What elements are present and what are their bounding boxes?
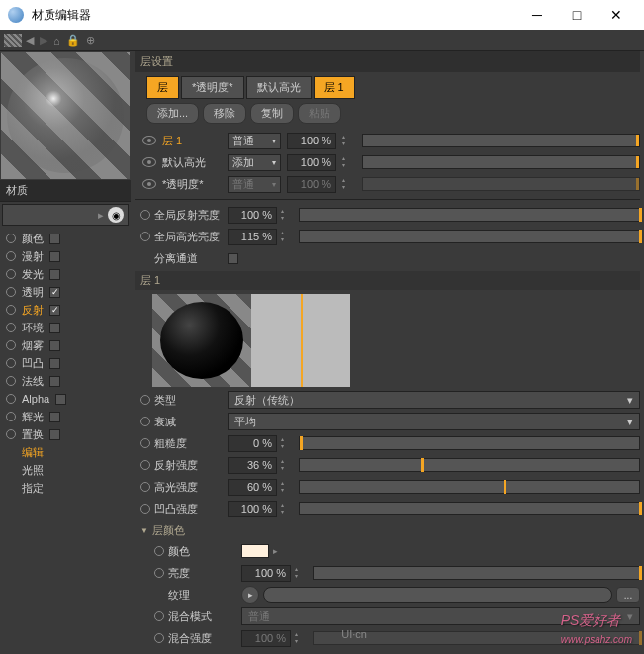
texture-field[interactable] bbox=[263, 587, 612, 603]
blend-dropdown[interactable]: 添加▾ bbox=[228, 154, 281, 171]
roughness-row: 粗糙度 0 % ▴▾ bbox=[135, 432, 640, 454]
add-button[interactable]: 添加... bbox=[146, 103, 199, 124]
param-radio[interactable] bbox=[140, 504, 150, 514]
nav-left-icon[interactable]: ◀ bbox=[26, 34, 34, 47]
channel-luminance[interactable]: 发光 bbox=[0, 265, 131, 283]
param-radio[interactable] bbox=[140, 460, 150, 470]
channel-alpha[interactable]: Alpha bbox=[0, 390, 131, 408]
color-swatch[interactable] bbox=[241, 544, 269, 558]
visibility-icon[interactable] bbox=[142, 179, 156, 189]
tab-default-specular[interactable]: 默认高光 bbox=[246, 76, 312, 99]
layer-settings-header: 层设置 bbox=[135, 51, 640, 72]
tab-transparency[interactable]: *透明度* bbox=[181, 76, 244, 99]
value-slider[interactable] bbox=[299, 480, 640, 494]
channel-color[interactable]: 颜色 bbox=[0, 230, 131, 247]
material-preview[interactable] bbox=[1, 52, 130, 179]
maximize-button[interactable]: □ bbox=[557, 0, 597, 30]
opacity-field[interactable]: 100 % bbox=[287, 154, 336, 171]
value-slider[interactable] bbox=[299, 208, 640, 222]
param-radio[interactable] bbox=[140, 232, 150, 241]
sub-assign[interactable]: 指定 bbox=[0, 479, 131, 497]
layer-row-3[interactable]: *透明度* 普通▾ 100 % ▴▾ bbox=[135, 173, 640, 195]
nav-target-icon[interactable]: ◉ bbox=[108, 207, 124, 223]
param-radio[interactable] bbox=[140, 482, 150, 492]
value-field[interactable]: 115 % bbox=[228, 229, 277, 245]
copy-button[interactable]: 复制 bbox=[250, 103, 294, 124]
texture-browse-button[interactable]: ... bbox=[616, 587, 640, 603]
type-dropdown[interactable]: 反射（传统）▾ bbox=[228, 391, 640, 409]
preview-curve[interactable] bbox=[251, 294, 350, 387]
param-radio[interactable] bbox=[140, 210, 150, 220]
spinner[interactable]: ▴▾ bbox=[281, 208, 291, 222]
channel-displacement[interactable]: 置换 bbox=[0, 425, 131, 443]
opacity-slider[interactable] bbox=[362, 134, 640, 147]
layer-row-2[interactable]: 默认高光 添加▾ 100 % ▴▾ bbox=[135, 151, 640, 173]
close-button[interactable]: ✕ bbox=[597, 0, 636, 30]
spinner[interactable]: ▴▾ bbox=[281, 436, 291, 450]
spinner[interactable]: ▴▾ bbox=[281, 230, 291, 243]
channel-diffuse[interactable]: 漫射 bbox=[0, 247, 131, 265]
texture-menu-icon[interactable]: ▸ bbox=[241, 586, 259, 604]
value-field[interactable]: 0 % bbox=[228, 435, 277, 452]
attenuation-dropdown[interactable]: 平均▾ bbox=[228, 413, 640, 430]
nav-right-icon[interactable]: ▶ bbox=[40, 34, 47, 47]
value-slider[interactable] bbox=[299, 230, 640, 243]
opacity-field[interactable]: 100 % bbox=[287, 133, 336, 149]
spinner[interactable]: ▴▾ bbox=[295, 566, 305, 580]
param-radio[interactable] bbox=[154, 611, 164, 621]
param-radio[interactable] bbox=[140, 417, 150, 426]
value-field[interactable]: 100 % bbox=[228, 207, 277, 224]
value-field[interactable]: 100 % bbox=[228, 501, 277, 517]
param-radio[interactable] bbox=[154, 568, 164, 578]
color-picker-icon[interactable]: ▸ bbox=[273, 546, 278, 556]
nav-dropdown-icon[interactable]: ▸ bbox=[98, 209, 104, 222]
spinner[interactable]: ▴▾ bbox=[281, 502, 291, 515]
spinner[interactable]: ▴▾ bbox=[281, 480, 291, 494]
value-slider[interactable] bbox=[313, 566, 640, 580]
minimize-button[interactable]: ─ bbox=[517, 0, 557, 30]
value-field[interactable]: 100 % bbox=[241, 565, 291, 582]
layer-row-1[interactable]: 层 1 普通▾ 100 % ▴▾ bbox=[135, 130, 640, 151]
param-radio[interactable] bbox=[140, 395, 150, 405]
paste-button[interactable]: 粘贴 bbox=[298, 103, 341, 124]
separate-checkbox[interactable] bbox=[228, 253, 238, 264]
preview-sphere[interactable] bbox=[152, 294, 251, 387]
channel-glow[interactable]: 辉光 bbox=[0, 408, 131, 425]
layer-tabs: 层 *透明度* 默认高光 层 1 bbox=[135, 76, 640, 99]
layer-color-group[interactable]: ▼ 层颜色 bbox=[135, 519, 640, 540]
spinner[interactable]: ▴▾ bbox=[281, 458, 291, 472]
value-slider[interactable] bbox=[299, 458, 640, 472]
visibility-icon[interactable] bbox=[142, 136, 156, 145]
channel-normal[interactable]: 法线 bbox=[0, 372, 131, 390]
specular-strength-row: 高光强度 60 % ▴▾ bbox=[135, 476, 640, 498]
remove-button[interactable]: 移除 bbox=[203, 103, 246, 124]
channel-reflection[interactable]: 反射✓ bbox=[0, 301, 131, 319]
visibility-icon[interactable] bbox=[142, 157, 156, 167]
value-field[interactable]: 36 % bbox=[228, 457, 277, 474]
value-slider[interactable] bbox=[299, 502, 640, 515]
material-swatch-icon[interactable] bbox=[4, 34, 22, 47]
plus-icon[interactable]: ⊕ bbox=[86, 34, 95, 47]
nav-up-icon[interactable]: ⌂ bbox=[53, 35, 60, 47]
sub-illumination[interactable]: 光照 bbox=[0, 461, 131, 479]
spinner[interactable]: ▴▾ bbox=[342, 155, 352, 169]
channel-fog[interactable]: 烟雾 bbox=[0, 336, 131, 354]
param-radio[interactable] bbox=[154, 633, 164, 643]
layer-previews bbox=[135, 292, 640, 389]
tab-layer1[interactable]: 层 1 bbox=[314, 76, 355, 99]
opacity-slider[interactable] bbox=[362, 155, 640, 169]
tab-layers[interactable]: 层 bbox=[146, 76, 179, 99]
collapse-icon[interactable]: ▼ bbox=[140, 526, 148, 535]
value-field[interactable]: 60 % bbox=[228, 479, 277, 496]
lock-icon[interactable]: 🔒 bbox=[66, 34, 80, 47]
channel-bump[interactable]: 凹凸 bbox=[0, 354, 131, 372]
blend-dropdown[interactable]: 普通▾ bbox=[228, 133, 281, 149]
sub-edit[interactable]: 编辑 bbox=[0, 443, 131, 461]
channel-environment[interactable]: 环境 bbox=[0, 319, 131, 336]
value-slider[interactable] bbox=[299, 436, 640, 450]
spinner[interactable]: ▴▾ bbox=[342, 134, 352, 147]
param-radio[interactable] bbox=[140, 438, 150, 448]
param-radio[interactable] bbox=[154, 546, 164, 556]
reflection-strength-row: 反射强度 36 % ▴▾ bbox=[135, 454, 640, 476]
channel-transparency[interactable]: 透明✓ bbox=[0, 283, 131, 301]
